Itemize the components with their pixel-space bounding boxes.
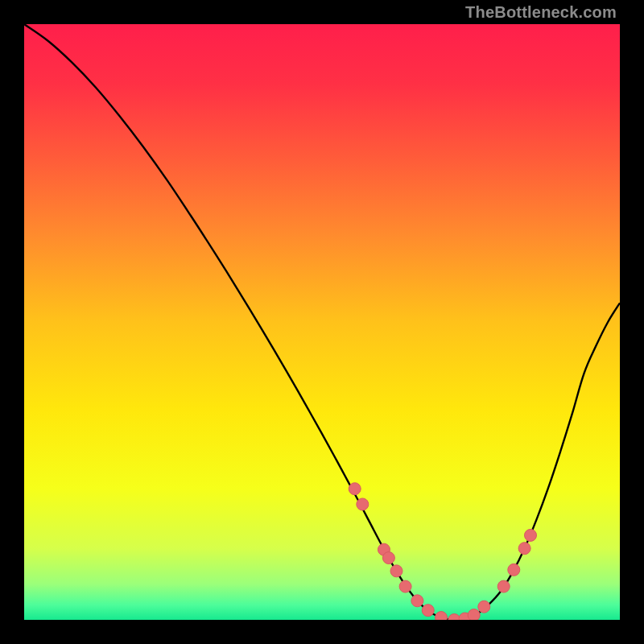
highlight-dot — [525, 529, 537, 541]
watermark-text: TheBottleneck.com — [465, 3, 617, 22]
highlight-dot — [382, 552, 394, 564]
plot-area — [24, 24, 620, 620]
curve-layer — [24, 24, 620, 620]
highlight-dot — [468, 609, 480, 620]
highlight-dot — [422, 605, 434, 617]
highlight-dot — [411, 595, 423, 607]
highlight-dot — [349, 483, 361, 495]
highlight-dot — [478, 601, 490, 613]
highlight-dot — [508, 564, 520, 576]
highlight-dot — [390, 565, 402, 577]
highlight-dots-group — [349, 483, 536, 620]
highlight-dot — [357, 498, 369, 510]
chart-frame — [24, 24, 620, 620]
highlight-dot — [448, 614, 460, 621]
highlight-dot — [518, 543, 530, 555]
highlight-dot — [436, 612, 448, 620]
highlight-dot — [497, 580, 510, 592]
highlight-dot — [399, 580, 411, 592]
